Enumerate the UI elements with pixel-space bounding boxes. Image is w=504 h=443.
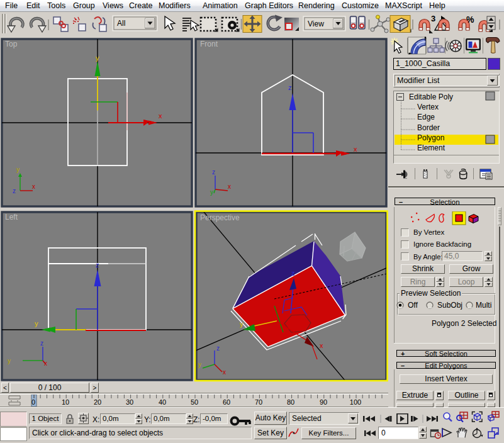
svg-text:x: x bbox=[159, 112, 162, 120]
svg-text:z: z bbox=[216, 345, 220, 352]
svg-text:y: y bbox=[8, 357, 11, 364]
svg-text:x: x bbox=[354, 145, 357, 153]
svg-text:Left: Left bbox=[5, 213, 18, 222]
svg-text:All: All bbox=[117, 19, 125, 28]
svg-text:z: z bbox=[288, 84, 292, 91]
svg-text:x: x bbox=[223, 369, 226, 376]
svg-text:x: x bbox=[320, 342, 323, 349]
svg-text:y: y bbox=[210, 189, 213, 196]
svg-text:y: y bbox=[16, 166, 20, 173]
svg-text:3: 3 bbox=[431, 14, 435, 23]
svg-text:z: z bbox=[212, 169, 215, 176]
svg-text:z: z bbox=[13, 188, 16, 194]
svg-text:x: x bbox=[44, 360, 47, 367]
svg-text:z: z bbox=[40, 340, 43, 347]
svg-text:View: View bbox=[308, 20, 324, 28]
svg-text:y: y bbox=[35, 320, 38, 327]
svg-text:Front: Front bbox=[200, 40, 218, 48]
svg-text:x: x bbox=[32, 183, 35, 190]
svg-text:y: y bbox=[240, 320, 244, 328]
svg-text:Perspective: Perspective bbox=[200, 213, 240, 222]
svg-text:z: z bbox=[96, 261, 99, 269]
svg-text:%: % bbox=[466, 14, 474, 25]
svg-text:z: z bbox=[291, 269, 295, 277]
svg-text:x: x bbox=[228, 183, 231, 190]
svg-text:y: y bbox=[198, 361, 201, 368]
svg-text:y: y bbox=[96, 54, 99, 62]
svg-text:Top: Top bbox=[5, 40, 18, 48]
